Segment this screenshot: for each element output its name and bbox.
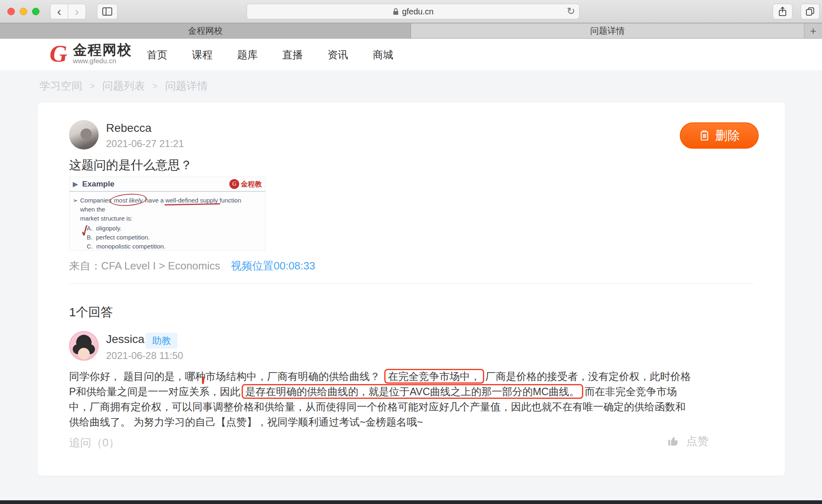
answer-author-avatar xyxy=(69,331,99,361)
nav-item-live[interactable]: 直播 xyxy=(282,46,304,63)
question-author-name: Rebecca xyxy=(106,122,152,135)
forward-button[interactable]: › xyxy=(68,4,86,19)
slide-text: have a xyxy=(143,197,165,204)
slide-text: Companies xyxy=(80,197,113,204)
tab-bar: 金程网校 问题详情 + xyxy=(0,23,822,39)
site-header: G 金程网校 www.gfedu.cn 首页 课程 题库 直播 资讯 商城 99 xyxy=(0,39,822,70)
like-label: 点赞 xyxy=(686,434,709,449)
browser-window: ‹ › gfedu.cn ↻ 金程网校 xyxy=(0,0,822,504)
tab-gfedu-home[interactable]: 金程网校 xyxy=(0,23,411,38)
slide-text: market structure is: xyxy=(80,214,257,223)
nav-item-question-bank[interactable]: 题库 xyxy=(236,46,259,63)
zoom-window-button[interactable] xyxy=(32,8,39,15)
page-footer-edge xyxy=(0,500,822,504)
slide-logo: G 金程教 xyxy=(229,179,262,189)
lock-icon xyxy=(393,7,399,16)
breadcrumb: 学习空间 > 问题列表 > 问题详情 xyxy=(39,79,208,93)
logo-site-url: www.gfedu.cn xyxy=(73,57,132,65)
section-divider xyxy=(69,283,754,284)
tab-title: 问题详情 xyxy=(590,25,625,37)
url-text: gfedu.cn xyxy=(402,7,434,16)
option-key: C. xyxy=(87,243,93,250)
follow-up-question-link[interactable]: 追问（0） xyxy=(69,435,120,450)
red-underline-annotation: well-defined supply xyxy=(165,197,218,204)
course-source-label: 来自：CFA Level I > Economics xyxy=(69,259,220,273)
option-c: C. monopolistic competition. xyxy=(87,242,257,251)
slide-logo-icon: G xyxy=(229,179,239,189)
sidebar-icon xyxy=(102,7,113,16)
slide-title: Example xyxy=(82,180,114,189)
answer-timestamp: 2021-06-28 11:50 xyxy=(106,350,183,361)
option-b: ✓ B. perfect competition. xyxy=(87,233,257,242)
minimize-window-button[interactable] xyxy=(20,8,27,15)
breadcrumb-question-list[interactable]: 问题列表 xyxy=(102,79,145,93)
logo-g-icon: G xyxy=(48,41,70,66)
answer-count-heading: 1个回答 xyxy=(69,304,113,321)
site-logo[interactable]: G 金程网校 www.gfedu.cn xyxy=(49,41,132,66)
slide-bullet: ➢ xyxy=(73,196,78,205)
answer-body-text: 同学你好， 题目问的是，哪种市场结构中，厂商有明确的供给曲线？ 在完全竞争市场中… xyxy=(69,369,692,430)
tab-overview-button[interactable] xyxy=(801,4,820,19)
assistant-badge: 助教 xyxy=(145,333,178,349)
option-a: A. oligopoly. xyxy=(87,224,257,233)
question-source-row: 来自：CFA Level I > Economics 视频位置00:08:33 xyxy=(69,259,315,273)
red-circle-annotation: most likely xyxy=(113,197,143,204)
close-window-button[interactable] xyxy=(7,8,15,15)
breadcrumb-separator: > xyxy=(90,81,95,92)
answer-text: 同学你好， 题目问的是，哪种市场结构中，厂商有明确的供给曲线？ xyxy=(69,371,383,382)
red-box-annotation: 在完全竞争市场中， xyxy=(384,369,484,384)
tabs-overview-icon xyxy=(805,7,815,16)
main-nav: 首页 课程 题库 直播 资讯 商城 xyxy=(146,39,394,70)
breadcrumb-separator: > xyxy=(152,81,158,92)
like-button[interactable]: 点赞 xyxy=(667,434,709,449)
nav-item-courses[interactable]: 课程 xyxy=(191,46,213,63)
delete-button[interactable]: 删除 xyxy=(680,122,759,149)
breadcrumb-study-space[interactable]: 学习空间 xyxy=(39,79,82,93)
question-attachment-image: ▶ Example G 金程教 ➢Companies most likely h… xyxy=(69,177,266,251)
share-button[interactable] xyxy=(773,4,792,19)
tab-question-detail[interactable]: 问题详情 xyxy=(411,23,804,38)
sidebar-toggle-button[interactable] xyxy=(97,4,118,19)
refresh-icon[interactable]: ↻ xyxy=(567,5,575,17)
question-timestamp: 2021-06-27 21:21 xyxy=(106,138,184,150)
red-box-annotation: 是存在明确的供给曲线的，就是位于AVC曲线之上的那一部分的MC曲线。 xyxy=(242,384,583,399)
answer-author-name: Jessica xyxy=(106,333,144,346)
question-title: 这题问的是什么意思？ xyxy=(69,157,192,174)
play-icon: ▶ xyxy=(73,180,78,189)
delete-button-label: 删除 xyxy=(715,127,740,144)
back-button[interactable]: ‹ xyxy=(50,4,68,19)
nav-item-mall[interactable]: 商城 xyxy=(372,46,394,63)
option-text: oligopoly. xyxy=(96,225,122,232)
question-detail-card: Rebecca 2021-06-27 21:21 删除 这题问的是什么意思？ ▶… xyxy=(38,103,785,476)
new-tab-button[interactable]: + xyxy=(804,23,822,38)
correct-answer-check-mark: ✓ xyxy=(79,226,92,237)
nav-item-home[interactable]: 首页 xyxy=(146,46,168,63)
option-text: monopolistic competition. xyxy=(96,243,165,250)
video-position-link[interactable]: 视频位置00:08:33 xyxy=(231,259,315,273)
question-author-avatar xyxy=(69,120,99,150)
thumbs-up-icon xyxy=(667,435,680,448)
slide-header: ▶ Example G 金程教 xyxy=(69,177,265,192)
option-text: perfect competition. xyxy=(96,234,150,241)
breadcrumb-question-detail: 问题详情 xyxy=(165,79,208,93)
address-bar[interactable]: gfedu.cn ↻ xyxy=(247,4,580,19)
slide-logo-text: 金程教 xyxy=(241,180,262,189)
nav-item-news[interactable]: 资讯 xyxy=(327,46,349,63)
share-icon xyxy=(778,6,787,17)
tab-title: 金程网校 xyxy=(188,25,223,37)
trash-icon xyxy=(699,129,710,142)
browser-toolbar: ‹ › gfedu.cn ↻ xyxy=(0,0,822,23)
slide-question-text: ➢Companies most likely have a well-defin… xyxy=(80,196,257,251)
logo-brand-text: 金程网校 xyxy=(73,42,132,57)
